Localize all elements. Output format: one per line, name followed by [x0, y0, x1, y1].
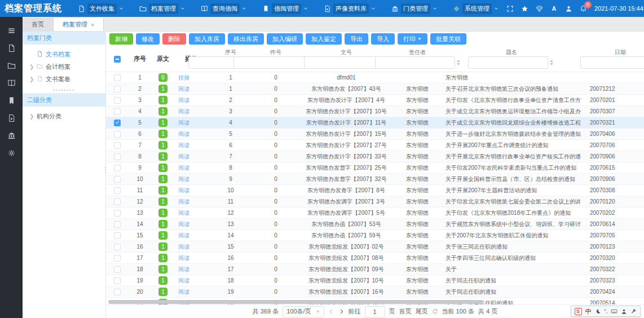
table-row[interactable]: 31阅读20东方明德办发计字【2007】4号东方明德关于印发《北京东方明德行政事…: [106, 95, 644, 106]
action-link-阅读[interactable]: 阅读: [178, 210, 189, 216]
gem-icon[interactable]: [536, 5, 543, 12]
ime-keyboard-icon[interactable]: [611, 308, 617, 315]
action-link-阅读[interactable]: 阅读: [178, 176, 189, 182]
topbar-menu-借阅管理[interactable]: 借阅管理: [262, 3, 308, 14]
tab-首页[interactable]: 首页: [23, 18, 54, 31]
修改-button[interactable]: 修改: [136, 33, 160, 45]
row-checkbox[interactable]: [114, 120, 121, 126]
row-checkbox[interactable]: [114, 232, 121, 239]
table-row[interactable]: 10挂接10dfmd01东方明德: [106, 72, 644, 83]
action-link-阅读[interactable]: 阅读: [178, 142, 189, 148]
tab-档案管理[interactable]: 档案管理×: [54, 18, 104, 31]
row-checkbox[interactable]: [114, 210, 121, 217]
row-checkbox[interactable]: [114, 198, 121, 205]
bell-icon[interactable]: 0: [580, 5, 587, 12]
row-checkbox[interactable]: [114, 221, 121, 228]
table-row[interactable]: 181阅读170东方明德党组发【2007】09号东方明德关于20070322: [106, 264, 644, 275]
table-row[interactable]: 201阅读190东方明德党组发【2007】16号东方明德关于同志任职的通知200…: [106, 286, 644, 298]
row-checkbox[interactable]: [114, 86, 121, 92]
action-link-阅读[interactable]: 阅读: [178, 97, 189, 103]
goto-page-input[interactable]: [365, 306, 385, 317]
tree-item-机构分类[interactable]: ❯机构分类: [23, 110, 105, 122]
action-link-阅读[interactable]: 阅读: [178, 86, 189, 92]
action-link-阅读[interactable]: 阅读: [178, 153, 189, 160]
font-size-icon[interactable]: A: [550, 5, 558, 12]
加入库房-button[interactable]: 加入库房: [189, 33, 225, 45]
sidebar-icon-doc[interactable]: [0, 39, 23, 57]
filter-input-文号[interactable]: [304, 56, 384, 69]
ime-halfmoon-icon[interactable]: [595, 308, 601, 315]
row-checkbox[interactable]: [114, 153, 121, 160]
ime-mode-chinese[interactable]: 中: [585, 307, 592, 316]
row-checkbox[interactable]: [114, 165, 121, 171]
加入编研-button[interactable]: 加入编研: [267, 33, 303, 45]
next-page-button[interactable]: [338, 308, 345, 315]
table-row[interactable]: 21阅读10东方明德办发【2007】43号东方明德关于召开北京东方明德第三次会议…: [106, 83, 644, 95]
table-row[interactable]: 101阅读90东方明德办发普字【2007】32号东方明德关于开展全国科普示范县（…: [106, 174, 644, 185]
last-page-link[interactable]: 尾页: [416, 307, 428, 316]
row-checkbox[interactable]: [114, 277, 121, 284]
fullscreen-icon[interactable]: [506, 5, 514, 12]
row-checkbox[interactable]: [114, 176, 121, 183]
action-link-阅读[interactable]: 阅读: [178, 289, 189, 295]
action-link-阅读[interactable]: 阅读: [178, 255, 189, 261]
row-checkbox[interactable]: [114, 289, 121, 295]
ime-logo-icon[interactable]: S: [575, 308, 582, 315]
table-row[interactable]: 131阅读120东方明德办发调字【2007】5号东方明德关于印发《北京东方明德2…: [106, 207, 644, 219]
sidebar-icon-folder[interactable]: [0, 57, 23, 74]
first-page-link[interactable]: 首页: [399, 307, 412, 316]
action-link-阅读[interactable]: 阅读: [178, 120, 189, 126]
action-link-阅读[interactable]: 阅读: [178, 165, 189, 171]
row-checkbox[interactable]: [114, 187, 121, 194]
prev-page-button[interactable]: [328, 308, 334, 315]
sidebar-icon-menu[interactable]: [0, 22, 23, 39]
refresh-icon[interactable]: [432, 308, 438, 315]
table-row[interactable]: 111阅读100东方明德办发青字【2007】8号东方明德关于开展2007年主题科…: [106, 185, 644, 196]
table-row[interactable]: 41阅读30东方明德办发计字【2007】10号东方明德关于成立北京东方明德奥运环…: [106, 106, 644, 117]
table-row[interactable]: 191阅读180东方明德党组发【2007】10号东方明德关于同志任职的通知200…: [106, 275, 644, 286]
table-row[interactable]: 141阅读130东方明德办函【2007】53号东方明德关于规范东方明德系统中小型…: [106, 219, 644, 230]
panel-resize-handle[interactable]: ••••••••: [23, 87, 105, 93]
删除-button[interactable]: 删除: [162, 33, 186, 45]
tree-item-会计档案[interactable]: ❯会计档案: [23, 60, 105, 73]
topbar-menu-声像资料库[interactable]: 声像资料库: [324, 3, 376, 14]
action-link-阅读[interactable]: 阅读: [178, 198, 189, 205]
close-icon[interactable]: ×: [91, 21, 94, 28]
number-spinner[interactable]: [550, 60, 553, 65]
action-link-阅读[interactable]: 阅读: [178, 277, 189, 284]
row-checkbox[interactable]: [114, 266, 121, 273]
scrollbar-thumb[interactable]: [108, 300, 483, 304]
加入鉴定-button[interactable]: 加入鉴定: [306, 33, 342, 45]
移出库房-button[interactable]: 移出库房: [228, 33, 264, 45]
打印-button[interactable]: 打印▼: [398, 33, 427, 45]
sidebar-icon-gears[interactable]: [0, 144, 23, 162]
ime-punctuation-icon[interactable]: ”,: [605, 308, 608, 314]
row-checkbox[interactable]: [114, 74, 121, 81]
row-checkbox[interactable]: [114, 97, 121, 104]
action-link-阅读[interactable]: 阅读: [178, 131, 189, 137]
page-size-select[interactable]: 100条/页 ▼: [283, 306, 324, 317]
table-row[interactable]: 171阅读160东方明德党组发【2007】08号东方明德关于李四等三位同志确认职…: [106, 253, 644, 264]
sidebar-icon-bookmark[interactable]: [0, 92, 23, 109]
tree-item-文书案卷[interactable]: ❯文书案卷: [23, 73, 105, 85]
导出-button[interactable]: 导出: [345, 33, 368, 45]
topbar-menu-查询借阅[interactable]: 查询借阅: [201, 3, 246, 14]
topbar-menu-系统管理[interactable]: 系统管理: [453, 3, 499, 14]
table-row[interactable]: 121阅读110东方明德办发调字【2007】3号东方明德关于印发北京东方明德第七…: [106, 196, 644, 207]
action-link-阅读[interactable]: 阅读: [178, 266, 189, 272]
star-icon[interactable]: [521, 5, 528, 12]
row-checkbox[interactable]: [114, 108, 121, 115]
row-checkbox[interactable]: [114, 255, 121, 262]
sidebar-icon-book[interactable]: [0, 74, 23, 92]
user-icon[interactable]: [565, 5, 572, 12]
action-link-阅读[interactable]: 阅读: [178, 244, 189, 250]
table-row[interactable]: 71阅读60东方明德办发计字【2007】27号东方明德关于开展2007年重点工作…: [106, 140, 644, 151]
action-link-挂接[interactable]: 挂接: [178, 74, 189, 81]
table-row[interactable]: 61阅读50东方明德办发计字【2007】15号东方明德关于进一步做好北京东方明德…: [106, 129, 644, 140]
action-link-阅读[interactable]: 阅读: [178, 221, 189, 227]
table-row[interactable]: 161阅读150东方明德党组发【2007】02号东方明德关于张三同志任职的通知2…: [106, 241, 644, 253]
sidebar-icon-media[interactable]: [0, 109, 23, 127]
topbar-menu-门类管理[interactable]: 门类管理: [391, 3, 437, 14]
table-row[interactable]: 81阅读70东方明德办发计字【2007】33号东方明德关于开展北京东方明德行政事…: [106, 151, 644, 162]
filter-input-题名[interactable]: [468, 56, 548, 69]
